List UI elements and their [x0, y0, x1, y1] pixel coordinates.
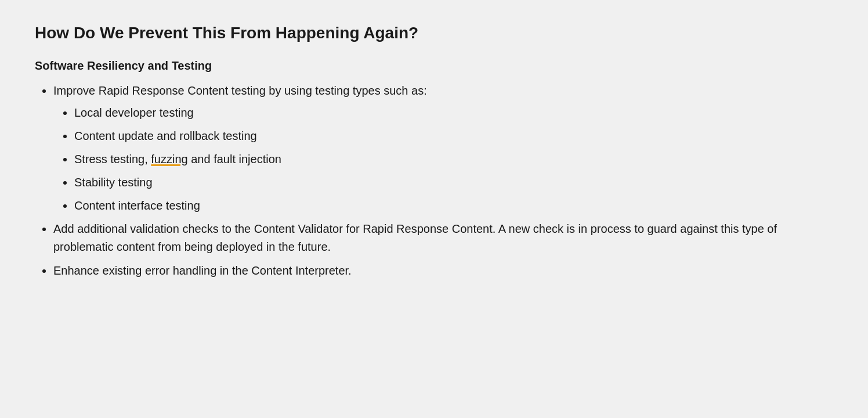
item1-text: Improve Rapid Response Content testing b…: [53, 84, 427, 97]
item2-text: Add additional validation checks to the …: [53, 222, 777, 253]
sub1-text: Local developer testing: [74, 106, 194, 119]
sub3-fuzzing-word: fuzzing: [151, 153, 187, 165]
sub-list: Local developer testing Content update a…: [53, 104, 833, 214]
list-item: Enhance existing error handling in the C…: [53, 262, 833, 279]
sub3-text-after: and fault injection: [188, 153, 281, 165]
main-list: Improve Rapid Response Content testing b…: [35, 82, 833, 279]
sub4-text: Stability testing: [74, 176, 153, 189]
list-item: Stability testing: [74, 174, 833, 191]
sub5-text: Content interface testing: [74, 199, 200, 212]
list-item: Improve Rapid Response Content testing b…: [53, 82, 833, 214]
list-item: Content update and rollback testing: [74, 127, 833, 145]
list-item: Stress testing, fuzzing and fault inject…: [74, 150, 833, 168]
item3-text: Enhance existing error handling in the C…: [53, 264, 352, 277]
sub3-text-before: Stress testing,: [74, 153, 151, 165]
list-item: Add additional validation checks to the …: [53, 220, 833, 256]
list-item: Content interface testing: [74, 197, 833, 214]
page-title: How Do We Prevent This From Happening Ag…: [35, 23, 833, 43]
sub2-text: Content update and rollback testing: [74, 129, 257, 142]
list-item: Local developer testing: [74, 104, 833, 121]
section-heading: Software Resiliency and Testing: [35, 59, 833, 73]
